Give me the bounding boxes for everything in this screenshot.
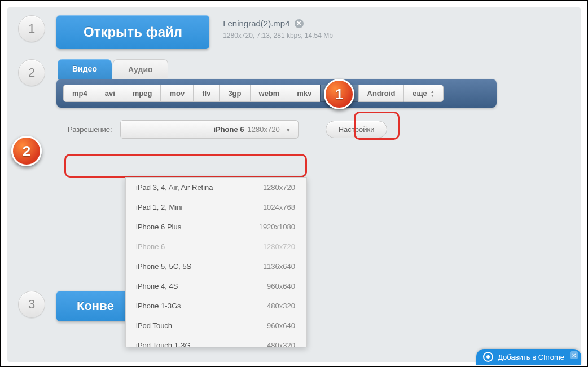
remove-file-icon[interactable]: ✕ xyxy=(295,19,304,28)
file-meta: 1280x720, 7:13, 281 kbps, 14.54 Mb xyxy=(223,32,333,39)
resolution-device: iPhone 6 xyxy=(213,125,244,134)
dd-item-ipod-touch[interactable]: iPod Touch960x640 xyxy=(126,316,306,335)
format-3gp[interactable]: 3gp xyxy=(219,85,249,102)
chrome-icon xyxy=(483,352,493,362)
format-webm[interactable]: webm xyxy=(250,85,288,102)
annotation-badge-2: 2 xyxy=(11,136,42,166)
format-mov[interactable]: mov xyxy=(160,85,193,102)
step-badge-1: 1 xyxy=(18,15,45,42)
chevron-down-icon: ▼ xyxy=(286,126,291,132)
tab-video[interactable]: Видео xyxy=(58,59,112,79)
tab-audio[interactable]: Аудио xyxy=(113,59,168,79)
annotation-badge-1: 1 xyxy=(324,79,354,109)
open-file-button[interactable]: Открыть файл xyxy=(56,15,209,49)
resolution-dropdown[interactable]: iPad 3, 4, Air, Air Retina1280x720 iPad … xyxy=(125,177,307,347)
dd-item-iphone-6: iPhone 61280x720 xyxy=(126,237,306,257)
add-to-chrome-bar[interactable]: Добавить в Chrome ✕ xyxy=(476,349,581,365)
resolution-select[interactable]: iPhone 6 1280x720 ▼ xyxy=(120,120,299,139)
dd-item-iphone-5[interactable]: iPhone 5, 5C, 5S1136x640 xyxy=(126,257,306,276)
format-mpeg[interactable]: mpeg xyxy=(124,85,161,102)
format-more[interactable]: еще ▲▼ xyxy=(403,85,443,102)
dd-item-iphone-4[interactable]: iPhone 4, 4S960x640 xyxy=(126,276,306,296)
format-mp4[interactable]: mp4 xyxy=(63,85,96,102)
convert-button[interactable]: Конвe xyxy=(56,291,134,321)
dd-item-iphone-6-plus[interactable]: iPhone 6 Plus1920x1080 xyxy=(126,217,306,237)
close-icon[interactable]: ✕ xyxy=(570,351,578,359)
format-bar: mp4 avi mpeg mov flv 3gp webm mkv Apple … xyxy=(56,79,497,108)
format-avi[interactable]: avi xyxy=(96,85,124,102)
resolution-label: Разрешение: xyxy=(56,125,112,134)
format-android[interactable]: Android xyxy=(358,85,404,102)
dd-item-iphone-1-3gs[interactable]: iPhone 1-3Gs480x320 xyxy=(126,296,306,316)
sort-icon: ▲▼ xyxy=(431,90,435,98)
dd-item-ipod-touch-1-3g[interactable]: iPod Touch 1-3G480x320 xyxy=(126,335,306,347)
add-to-chrome-label: Добавить в Chrome xyxy=(498,353,564,361)
settings-button[interactable]: Настройки xyxy=(326,121,388,138)
format-mkv[interactable]: mkv xyxy=(288,85,320,102)
format-flv[interactable]: flv xyxy=(193,85,219,102)
step-badge-2: 2 xyxy=(18,59,45,86)
step-badge-3: 3 xyxy=(18,291,45,318)
dd-item-ipad-1-2-mini[interactable]: iPad 1, 2, Mini1024x768 xyxy=(126,197,306,217)
file-name: Leningrad(2).mp4 xyxy=(223,19,289,28)
dd-item-ipad-3-4-air[interactable]: iPad 3, 4, Air, Air Retina1280x720 xyxy=(126,178,306,197)
resolution-dim: 1280x720 xyxy=(248,125,280,134)
